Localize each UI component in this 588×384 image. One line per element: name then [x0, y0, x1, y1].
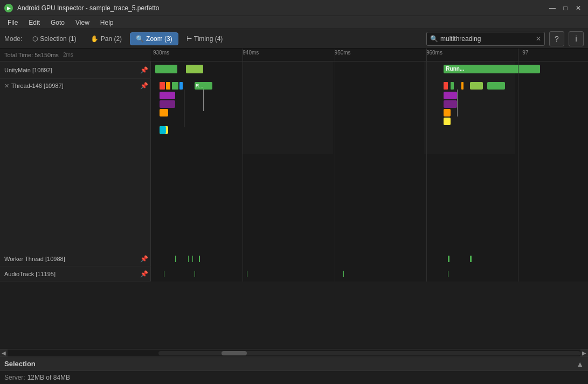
scroll-left-button[interactable]: ◀ [0, 349, 8, 357]
track-canvas-audiotrack[interactable] [151, 266, 588, 282]
track-label-unitymain: UnityMain [10892] 📌 [0, 61, 151, 78]
app-title: Android GPU Inspector - sample_trace_5.p… [17, 4, 547, 12]
track-row-thread146: ✕ Thread-146 [10987] 📌 R... [0, 79, 588, 154]
app-icon: ▶ [4, 4, 13, 12]
track-label-worker: Worker Thread [10988] 📌 [0, 251, 151, 266]
minimize-button[interactable]: — [547, 3, 558, 13]
title-bar: ▶ Android GPU Inspector - sample_trace_5… [0, 0, 588, 16]
timeline-ruler: 930ms 940ms 950ms 960ms 97 [151, 49, 588, 61]
pan-label: Pan (2) [101, 35, 122, 43]
selection-status-bar: Server: 12MB of 84MB [0, 371, 588, 384]
selection-panel: Selection ▲ Server: 12MB of 84MB [0, 356, 588, 384]
timing-label: Timing (4) [194, 35, 223, 43]
menu-goto[interactable]: Goto [45, 18, 70, 28]
track-list: UnityMain [10892] 📌 Runn... [0, 61, 588, 349]
track-canvas-worker[interactable] [151, 251, 588, 266]
track-label-thread146: ✕ Thread-146 [10987] 📌 [0, 79, 151, 154]
track-row-worker: Worker Thread [10988] 📌 [0, 251, 588, 266]
pan-mode-button[interactable]: ✋ Pan (2) [85, 32, 128, 45]
server-status: 12MB of 84MB [27, 374, 70, 381]
selection-title: Selection [4, 360, 576, 368]
timing-icon: ⊢ [186, 35, 192, 43]
empty-track-area [0, 154, 588, 251]
zoom-mode-button[interactable]: 🔍 Zoom (3) [130, 32, 178, 45]
menu-file[interactable]: File [2, 18, 23, 28]
window-controls: — □ ✕ [547, 3, 584, 13]
maximize-button[interactable]: □ [560, 3, 571, 13]
total-time-label: Total Time: 5s150ms 2ms [0, 52, 151, 58]
timeline-header: Total Time: 5s150ms 2ms 930ms 940ms 950m… [0, 49, 588, 61]
thread146-label: Thread-146 [10987] [11, 83, 64, 89]
track-label-audiotrack: AudioTrack [11195] 📌 [0, 266, 151, 281]
main-area: UnityMain [10892] 📌 Runn... [0, 61, 588, 356]
audiotrack-label: AudioTrack [11195] [4, 271, 56, 277]
menu-help[interactable]: Help [95, 18, 119, 28]
menu-bar: File Edit Goto View Help [0, 16, 588, 29]
scale-label: 2ms [63, 52, 73, 58]
pin-icon-unitymain[interactable]: 📌 [140, 66, 148, 74]
search-icon: 🔍 [430, 35, 438, 43]
info-button[interactable]: i [569, 31, 584, 46]
menu-edit[interactable]: Edit [23, 18, 45, 28]
help-circle-button[interactable]: ? [549, 31, 564, 46]
pin-icon-worker[interactable]: 📌 [140, 255, 148, 263]
pin-icon-thread146[interactable]: 📌 [140, 82, 148, 90]
menu-view[interactable]: View [70, 18, 95, 28]
track-row-audiotrack: AudioTrack [11195] 📌 [0, 266, 588, 282]
selection-label: Selection (1) [40, 35, 76, 43]
unitymain-label: UnityMain [10892] [4, 67, 52, 73]
scrollbar-track[interactable] [158, 351, 580, 355]
track-row-unitymain: UnityMain [10892] 📌 Runn... [0, 61, 588, 79]
search-clear-button[interactable]: ✕ [536, 35, 541, 43]
mode-bar: Mode: ⬡ Selection (1) ✋ Pan (2) 🔍 Zoom (… [0, 29, 588, 49]
pan-icon: ✋ [91, 35, 99, 43]
track-canvas-thread146[interactable]: R... [151, 79, 588, 154]
timing-mode-button[interactable]: ⊢ Timing (4) [181, 32, 229, 45]
pin-icon-audiotrack[interactable]: 📌 [140, 270, 148, 278]
scrollbar-area: ◀ ▶ [0, 349, 588, 356]
mode-label: Mode: [4, 35, 22, 43]
scrollbar-thumb[interactable] [222, 351, 247, 355]
worker-label: Worker Thread [10988] [4, 256, 65, 262]
close-track-button[interactable]: ✕ [4, 83, 9, 90]
track-canvas-unitymain[interactable]: Runn... [151, 61, 588, 79]
selection-header[interactable]: Selection ▲ [0, 357, 588, 371]
selection-mode-button[interactable]: ⬡ Selection (1) [26, 32, 82, 45]
selection-toggle-icon: ▲ [576, 360, 584, 368]
close-button[interactable]: ✕ [573, 3, 584, 13]
server-label: Server: [4, 374, 25, 381]
selection-icon: ⬡ [32, 35, 38, 43]
search-box: 🔍 ✕ [426, 32, 545, 46]
zoom-icon: 🔍 [136, 35, 144, 43]
search-input[interactable] [440, 35, 536, 43]
zoom-label: Zoom (3) [146, 35, 172, 43]
scroll-right-button[interactable]: ▶ [580, 349, 588, 357]
